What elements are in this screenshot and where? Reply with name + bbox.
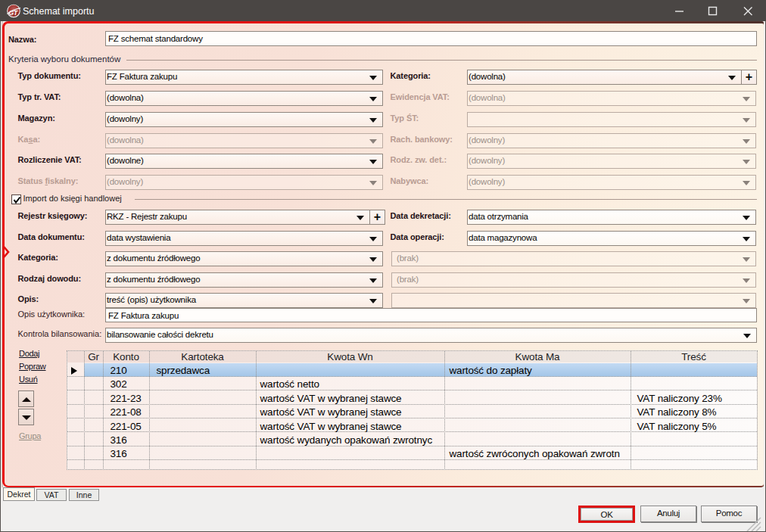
svg-text:GT: GT [9,9,19,17]
